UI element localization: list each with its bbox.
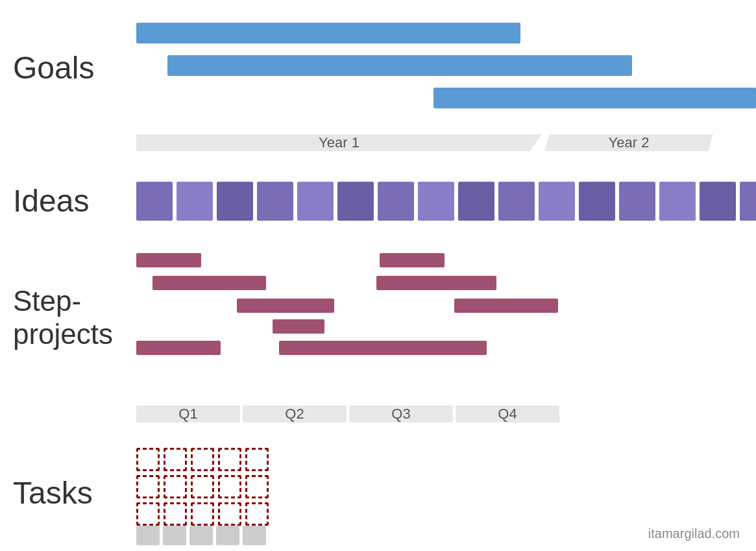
goal-bar-1 [136,23,520,43]
year-chart: Year 1 Year 2 [136,123,756,162]
ideas-bar-row [136,182,756,221]
idea-block-4 [297,182,334,221]
idea-block-8 [458,182,494,221]
task-bar-item-3 [216,526,239,545]
step-bar-2 [237,299,334,313]
goal-bar-3 [433,88,756,108]
idea-block-2 [217,182,253,221]
watermark: itamargilad.com [648,526,740,541]
task-bar-item-0 [136,526,160,545]
idea-block-13 [659,182,696,221]
task-bar-item-1 [163,526,186,545]
goals-label: Goals [0,51,136,86]
step-label: Step- projects [0,285,136,350]
task-dot-13 [218,502,241,526]
tasks-label: Tasks [0,476,136,511]
step-chart [136,247,756,389]
idea-block-1 [177,182,213,221]
q2-label: Q2 [243,406,347,422]
task-bar-item-4 [243,526,266,545]
task-dot-4 [245,448,269,471]
task-bars [136,526,266,545]
idea-block-9 [498,182,535,221]
idea-block-5 [337,182,374,221]
year-section: Year 1 Year 2 [0,123,756,162]
task-dot-3 [218,448,241,471]
task-dot-9 [245,475,269,498]
q4-label: Q4 [456,406,559,422]
task-dot-5 [136,475,160,498]
task-dot-6 [164,475,187,498]
task-dot-1 [164,448,187,471]
q1-label: Q1 [136,406,240,422]
step-bar-6 [376,276,496,290]
idea-block-7 [418,182,454,221]
step-bar-7 [454,299,558,313]
idea-block-14 [700,182,736,221]
task-dot-10 [136,502,160,526]
quarter-section: Q1 Q2 Q3 Q4 [0,396,756,432]
step-bar-0 [136,253,201,267]
step-bar-3 [273,319,324,334]
step-bar-1 [152,276,266,290]
ideas-chart [136,169,756,234]
idea-block-10 [539,182,575,221]
idea-block-6 [378,182,414,221]
task-dot-8 [218,475,241,498]
task-dot-14 [245,502,269,526]
q3-label: Q3 [349,406,453,422]
task-dot-7 [191,475,214,498]
task-grid [136,448,269,526]
year1-label: Year 1 [136,134,542,151]
goals-section: Goals [0,13,756,123]
idea-block-11 [579,182,615,221]
idea-block-12 [619,182,655,221]
step-section: Step- projects [0,247,756,389]
idea-block-0 [136,182,173,221]
step-bar-5 [380,253,445,267]
task-bar-item-2 [189,526,213,545]
ideas-section: Ideas [0,169,756,234]
task-dot-0 [136,448,160,471]
task-dot-2 [191,448,214,471]
idea-block-15 [740,182,756,221]
quarter-chart: Q1 Q2 Q3 Q4 [136,398,756,430]
task-dot-12 [191,502,214,526]
step-bar-4 [136,341,221,355]
tasks-section: Tasks [0,441,756,545]
main-container: Goals Year 1 Year 2 Ideas Step- projects… [0,0,756,551]
idea-block-3 [257,182,293,221]
goals-chart [136,13,756,123]
year2-label: Year 2 [544,134,713,151]
goal-bar-2 [167,55,632,76]
task-dot-11 [164,502,187,526]
step-bar-9 [279,341,393,355]
ideas-label: Ideas [0,184,136,219]
